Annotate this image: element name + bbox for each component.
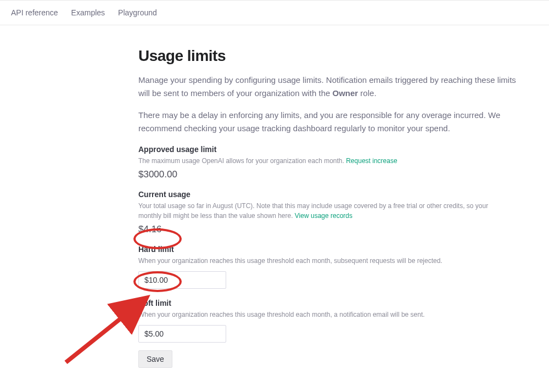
current-usage-value: $4.16 [138,224,527,235]
approved-usage-section: Approved usage limit The maximum usage O… [138,145,527,180]
soft-limit-heading: Soft limit [138,299,527,307]
soft-limit-section: Soft limit When your organization reache… [138,299,527,343]
hard-limit-heading: Hard limit [138,245,527,254]
nav-playground[interactable]: Playground [118,8,157,17]
main-content: Usage limits Manage your spending by con… [0,25,527,368]
soft-limit-subtext: When your organization reaches this usag… [138,310,490,320]
top-nav: API reference Examples Playground [0,0,549,25]
current-usage-subtext: Your total usage so far in August (UTC).… [138,201,490,221]
approved-usage-value: $3000.00 [138,169,527,180]
current-usage-section: Current usage Your total usage so far in… [138,190,527,235]
nav-examples[interactable]: Examples [71,8,105,17]
save-button[interactable]: Save [138,350,172,368]
nav-api-reference[interactable]: API reference [11,8,58,17]
request-increase-link[interactable]: Request increase [346,157,397,165]
soft-limit-input[interactable] [138,325,226,343]
approved-usage-subtext: The maximum usage OpenAI allows for your… [138,156,490,166]
hard-limit-subtext: When your organization reaches this usag… [138,256,490,266]
approved-subtext-text: The maximum usage OpenAI allows for your… [138,157,346,165]
intro1-post: role. [358,88,376,98]
intro-paragraph-1: Manage your spending by configuring usag… [138,74,523,100]
intro1-pre: Manage your spending by configuring usag… [138,75,516,98]
intro1-bold: Owner [333,88,358,98]
approved-usage-heading: Approved usage limit [138,145,527,154]
intro-paragraph-2: There may be a delay in enforcing any li… [138,109,523,135]
current-usage-heading: Current usage [138,190,527,199]
hard-limit-section: Hard limit When your organization reache… [138,245,527,289]
view-usage-records-link[interactable]: View usage records [295,212,352,220]
hard-limit-input[interactable] [138,271,226,289]
page-title: Usage limits [138,47,527,65]
